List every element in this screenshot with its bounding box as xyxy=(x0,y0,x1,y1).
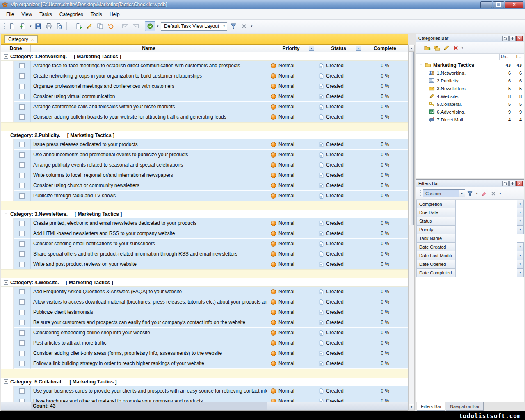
group-by-category-button[interactable]: Category △ xyxy=(4,35,38,43)
dropdown-icon[interactable]: ▼ xyxy=(517,200,524,208)
task-checkbox[interactable] xyxy=(19,310,25,315)
chevron-down-icon[interactable]: ▾ xyxy=(475,189,479,198)
toolbar-grip[interactable] xyxy=(4,23,5,30)
chevron-down-icon[interactable]: ▾ xyxy=(28,22,33,31)
maximize-button[interactable] xyxy=(493,1,504,8)
close-button[interactable]: × xyxy=(505,1,523,8)
task-checkbox[interactable] xyxy=(19,162,25,168)
filter-value[interactable] xyxy=(456,208,517,217)
tree-item[interactable]: 1.Networking.66 xyxy=(416,69,524,77)
task-checkbox[interactable] xyxy=(19,221,25,226)
scroll-down-icon[interactable]: ▼ xyxy=(409,404,414,410)
vertical-scrollbar[interactable]: ▲ ▼ xyxy=(408,45,415,411)
task-checkbox[interactable] xyxy=(19,152,25,158)
task-checkbox[interactable] xyxy=(19,73,25,79)
delete-view-button[interactable] xyxy=(239,21,249,31)
dropdown-icon[interactable]: ▼ xyxy=(517,217,524,226)
scrollbar-thumb[interactable] xyxy=(409,52,414,225)
tree-item[interactable]: 3.Newsletters.55 xyxy=(416,84,524,92)
task-checkbox[interactable] xyxy=(19,299,25,305)
filter-field-label[interactable]: Task Name xyxy=(416,234,456,243)
task-checkbox[interactable] xyxy=(19,183,25,188)
filter-value[interactable] xyxy=(456,200,517,208)
task-checkbox[interactable] xyxy=(19,251,25,257)
group-header[interactable]: −Category: 1.Networking.[ Marketing Tact… xyxy=(1,52,408,61)
group-header[interactable]: −Category: 2.Publicity.[ Marketing Tacti… xyxy=(1,131,408,139)
add-category-button[interactable] xyxy=(422,43,432,52)
filter-field-label[interactable]: Date Created xyxy=(416,242,456,251)
task-checkbox[interactable] xyxy=(19,173,25,178)
filter-field-label[interactable]: Date Completed xyxy=(416,268,456,277)
filter-value[interactable] xyxy=(456,234,524,243)
duplicate-task-button[interactable] xyxy=(95,21,105,31)
tree-item[interactable]: 4.Website.88 xyxy=(416,92,524,100)
task-checkbox[interactable] xyxy=(19,340,25,346)
task-checkbox[interactable] xyxy=(19,399,25,402)
collapse-icon[interactable]: − xyxy=(419,63,423,67)
restore-panel-button[interactable] xyxy=(502,36,509,41)
filter-field-label[interactable]: Due Date xyxy=(416,208,456,217)
task-checkbox[interactable] xyxy=(19,289,25,294)
task-checkbox[interactable] xyxy=(19,241,25,247)
task-checkbox[interactable] xyxy=(19,388,25,394)
task-checkbox[interactable] xyxy=(19,193,25,199)
dropdown-icon[interactable]: ▼ xyxy=(517,268,524,277)
priority-filter-dropdown-icon[interactable]: ▼ xyxy=(309,46,314,51)
minimize-button[interactable]: — xyxy=(480,1,492,8)
edit-category-button[interactable] xyxy=(441,43,451,52)
scrollbar-track[interactable] xyxy=(409,226,414,404)
dropdown-icon[interactable]: ▼ xyxy=(517,251,524,260)
filter-value[interactable] xyxy=(456,226,517,234)
scroll-up-icon[interactable]: ▲ xyxy=(409,45,414,52)
task-checkbox[interactable] xyxy=(19,63,25,68)
menu-item-tasks[interactable]: Tasks xyxy=(36,10,56,18)
add-subcategory-button[interactable] xyxy=(432,43,441,52)
task-view-layout-combo[interactable]: Default Task View Layout ▾ xyxy=(161,22,227,31)
collapse-icon[interactable]: − xyxy=(4,54,8,59)
filter-value[interactable] xyxy=(456,251,517,260)
task-checkbox[interactable] xyxy=(19,231,25,236)
dropdown-icon[interactable]: ▼ xyxy=(517,260,524,269)
dropdown-icon[interactable]: ▼ xyxy=(517,208,524,217)
column-header-uncompleted[interactable]: Un... xyxy=(499,54,514,60)
clear-filter-button[interactable] xyxy=(479,189,488,198)
status-filter-dropdown-icon[interactable]: ▼ xyxy=(356,46,361,51)
chevron-down-icon[interactable]: ▾ xyxy=(155,22,160,31)
collapse-icon[interactable]: − xyxy=(4,133,8,137)
filter-preset-combo[interactable]: Custom xyxy=(423,189,459,197)
group-header[interactable]: −Category: 4.Website.[ Marketing Tactics… xyxy=(1,278,408,287)
delete-category-button[interactable] xyxy=(451,43,460,52)
filter-value[interactable] xyxy=(456,260,517,269)
menu-item-categories[interactable]: Categories xyxy=(56,10,87,18)
delete-filter-button[interactable] xyxy=(488,189,498,198)
group-header[interactable]: −Category: 5.Collateral.[ Marketing Tact… xyxy=(1,378,408,386)
close-panel-button[interactable]: × xyxy=(516,181,523,186)
tree-item[interactable]: 5.Collateral.55 xyxy=(416,100,524,108)
edit-task-button[interactable] xyxy=(84,21,95,31)
menu-item-help[interactable]: Help xyxy=(106,10,123,18)
tree-item[interactable]: 2.Publicity.66 xyxy=(416,77,524,84)
filter-value[interactable] xyxy=(456,269,517,277)
print-button[interactable] xyxy=(43,21,54,31)
apply-filter-button[interactable] xyxy=(465,189,475,198)
tree-item[interactable]: 6.Advertising.99 xyxy=(416,108,524,116)
new-document-button[interactable] xyxy=(7,21,18,31)
task-checkbox[interactable] xyxy=(19,330,25,336)
toolbar-grip[interactable] xyxy=(420,190,421,197)
filter-value[interactable] xyxy=(456,217,517,226)
filter-field-label[interactable]: Date Opened xyxy=(416,260,456,269)
open-document-button[interactable] xyxy=(18,21,28,31)
chevron-down-icon[interactable]: ▾ xyxy=(498,189,502,198)
tree-item[interactable]: 7.Direct Mail.44 xyxy=(416,116,524,123)
undo-button[interactable] xyxy=(105,21,116,31)
task-checkbox[interactable] xyxy=(19,114,25,120)
filter-field-label[interactable]: Date Last Modifi xyxy=(416,251,456,260)
tab-filters-bar[interactable]: Filters Bar xyxy=(417,402,445,411)
task-checkbox[interactable] xyxy=(19,104,25,110)
close-panel-button[interactable]: × xyxy=(516,36,523,41)
task-checkbox[interactable] xyxy=(19,84,25,89)
column-header-complete[interactable]: Complete xyxy=(362,45,408,52)
title-bar[interactable]: Vip organizer [C:\Users\dmitry\Desktop\M… xyxy=(0,0,525,9)
restore-panel-button[interactable] xyxy=(502,181,509,186)
task-checkbox[interactable] xyxy=(19,361,25,366)
